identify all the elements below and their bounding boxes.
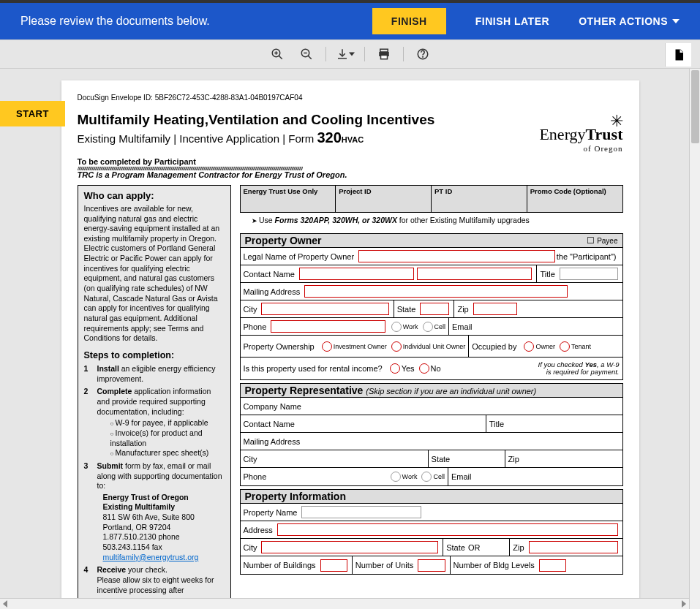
section-title: Property Owner bbox=[245, 235, 322, 246]
scroll-right-icon bbox=[682, 600, 686, 608]
download-button[interactable] bbox=[332, 42, 358, 66]
vertical-scrollbar[interactable] bbox=[689, 69, 700, 609]
email-input[interactable] bbox=[477, 320, 618, 333]
separator bbox=[325, 47, 326, 61]
other-actions-button[interactable]: OTHER ACTIONS bbox=[579, 15, 680, 27]
investment-radio[interactable] bbox=[322, 341, 332, 352]
scroll-left-icon bbox=[3, 600, 7, 608]
cell-radio[interactable] bbox=[423, 322, 433, 332]
start-tab[interactable]: START bbox=[0, 101, 65, 126]
print-button[interactable] bbox=[371, 42, 397, 66]
rep-work-radio[interactable] bbox=[391, 472, 401, 482]
num-units-input[interactable] bbox=[418, 559, 445, 572]
work-radio[interactable] bbox=[391, 322, 402, 332]
trc-note: TRC is a Program Management Contractor f… bbox=[78, 170, 623, 179]
property-information-section: Property Information Property Name Addre… bbox=[240, 489, 623, 575]
rep-cell-radio[interactable] bbox=[421, 472, 432, 482]
step-2: 2Complete application information and pr… bbox=[84, 387, 225, 458]
separator bbox=[364, 47, 365, 61]
state-input[interactable] bbox=[420, 303, 449, 315]
use-forms-note: Use Forms 320APP, 320WH, or 320WX for ot… bbox=[240, 213, 623, 230]
document-viewport[interactable]: START DocuSign Envelope ID: 5BF26C72-453… bbox=[0, 69, 700, 609]
rep-title-input[interactable] bbox=[508, 417, 617, 430]
tenant-radio[interactable] bbox=[560, 341, 570, 352]
submit-address: Energy Trust of Oregon Existing Multifam… bbox=[84, 493, 225, 562]
unit-owner-radio[interactable] bbox=[391, 341, 402, 352]
contact-first-input[interactable] bbox=[299, 268, 414, 280]
svg-line-1 bbox=[279, 56, 282, 59]
completed-by-label: To be completed by Participant bbox=[78, 157, 623, 166]
section-title: Property Representative bbox=[245, 385, 364, 396]
rental-yes-radio[interactable] bbox=[390, 363, 400, 374]
zip-input[interactable] bbox=[473, 303, 517, 315]
svg-line-5 bbox=[308, 56, 312, 59]
contact-last-input[interactable] bbox=[417, 268, 532, 280]
header-bar: Please review the documents below. FINIS… bbox=[0, 3, 700, 39]
rep-email-input[interactable] bbox=[475, 471, 617, 483]
rep-company-input[interactable] bbox=[306, 400, 618, 412]
phone-input[interactable] bbox=[271, 320, 385, 333]
rental-no-radio[interactable] bbox=[419, 363, 429, 374]
owner-radio[interactable] bbox=[524, 341, 534, 352]
svg-rect-7 bbox=[380, 49, 388, 52]
svg-rect-9 bbox=[381, 56, 388, 59]
propcity-input[interactable] bbox=[261, 541, 438, 553]
rep-mailing-input[interactable] bbox=[304, 435, 617, 447]
propname-input[interactable] bbox=[301, 506, 421, 518]
doc-title: Multifamily Heating,Ventilation and Cool… bbox=[78, 112, 435, 128]
help-button[interactable] bbox=[410, 42, 436, 66]
steps-title: Steps to completion: bbox=[84, 349, 225, 361]
legal-name-input[interactable] bbox=[358, 250, 555, 262]
toolbar bbox=[0, 39, 700, 69]
property-owner-section: Property OwnerPayee Legal Name of Proper… bbox=[240, 233, 623, 380]
email-link[interactable]: multifamily@energytrust.org bbox=[103, 553, 199, 561]
payee-checkbox[interactable]: Payee bbox=[587, 235, 618, 246]
propaddr-input[interactable] bbox=[277, 523, 618, 536]
zoom-out-button[interactable] bbox=[293, 42, 320, 66]
info-sidebar: Who can apply: Incentives are available … bbox=[78, 185, 231, 603]
num-levels-input[interactable] bbox=[539, 559, 566, 572]
other-actions-label: OTHER ACTIONS bbox=[579, 15, 668, 27]
review-message: Please review the documents below. bbox=[20, 15, 372, 28]
caret-down-icon bbox=[672, 19, 680, 23]
who-can-apply-title: Who can apply: bbox=[84, 190, 225, 203]
mailing-input[interactable] bbox=[304, 285, 568, 298]
rep-phone-input[interactable] bbox=[271, 471, 384, 483]
finish-button[interactable]: FINISH bbox=[372, 8, 446, 34]
scrollbar-thumb[interactable] bbox=[691, 70, 699, 143]
rep-city-input[interactable] bbox=[261, 453, 423, 465]
who-can-apply-body: Incentives are available for new, qualif… bbox=[84, 204, 225, 344]
property-representative-section: Property Representative (Skip section if… bbox=[240, 383, 623, 486]
propstate-value: OR bbox=[468, 543, 481, 552]
documents-panel-button[interactable] bbox=[665, 43, 691, 67]
step-3: 3Submit form by fax, email or mail along… bbox=[84, 461, 225, 491]
step-4: 4Receive your check.Please allow six to … bbox=[84, 565, 225, 595]
city-input[interactable] bbox=[261, 303, 388, 315]
num-bldgs-input[interactable] bbox=[320, 559, 347, 572]
zoom-in-button[interactable] bbox=[264, 42, 290, 66]
section-title: Property Information bbox=[245, 491, 346, 502]
horizontal-scrollbar[interactable] bbox=[0, 598, 689, 609]
office-use-row: Energy Trust Use Only Project ID PT ID P… bbox=[240, 185, 623, 213]
finish-later-button[interactable]: FINISH LATER bbox=[475, 15, 549, 27]
document-page: DocuSign Envelope ID: 5BF26C72-453C-4288… bbox=[61, 80, 639, 609]
propzip-input[interactable] bbox=[529, 541, 618, 553]
doc-subtitle: Existing Multifamily | Incentive Applica… bbox=[78, 129, 435, 146]
step-1: 1Install an eligible energy efficiency i… bbox=[84, 364, 225, 384]
energytrust-logo: ✳ EnergyTrust of Oregon bbox=[539, 112, 622, 153]
envelope-id: DocuSign Envelope ID: 5BF26C72-453C-4288… bbox=[78, 94, 623, 102]
w9-note: If you checked Yes, a W-9is required for… bbox=[538, 361, 620, 377]
separator bbox=[403, 47, 404, 61]
rep-contact-input[interactable] bbox=[299, 417, 481, 430]
title-input[interactable] bbox=[560, 268, 618, 280]
svg-point-11 bbox=[423, 56, 424, 57]
